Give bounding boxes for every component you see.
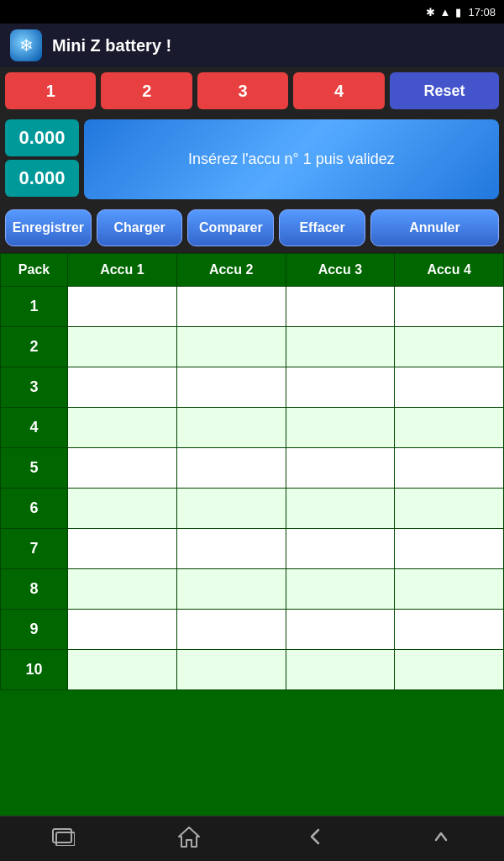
pack-cell: 6	[1, 489, 68, 529]
data-cell	[395, 569, 504, 610]
data-cell	[286, 287, 395, 327]
table-row: 1	[1, 287, 504, 327]
info-box: Insérez l'accu n° 1 puis validez	[84, 119, 499, 199]
home-button[interactable]	[164, 822, 214, 856]
data-cell	[68, 569, 177, 610]
data-cell	[286, 327, 395, 367]
table-row: 4	[1, 408, 504, 448]
reading-values: 0.000 0.000	[5, 119, 79, 199]
app-icon: ❄	[10, 29, 42, 61]
recent-apps-icon	[51, 827, 75, 851]
data-cell	[395, 529, 504, 569]
data-cell	[176, 569, 286, 610]
data-cell	[68, 650, 177, 690]
table-row: 5	[1, 448, 504, 489]
data-cell	[68, 489, 177, 529]
pack-cell: 2	[1, 327, 68, 367]
table-header-row: Pack Accu 1 Accu 2 Accu 3 Accu 4	[1, 254, 504, 287]
status-time: 17:08	[468, 6, 496, 18]
compare-button[interactable]: Comparer	[187, 209, 274, 246]
data-cell	[395, 408, 504, 448]
table-row: 6	[1, 489, 504, 529]
home-icon	[177, 825, 201, 853]
col-accu3: Accu 3	[286, 254, 395, 287]
data-cell	[176, 367, 286, 408]
app-title: Mini Z battery !	[52, 36, 171, 55]
pack-cell: 9	[1, 610, 68, 650]
pack-cell: 1	[1, 287, 68, 327]
data-cell	[176, 448, 286, 489]
data-cell	[286, 610, 395, 650]
data-cell	[176, 610, 286, 650]
data-cell	[68, 408, 177, 448]
table-row: 3	[1, 367, 504, 408]
bluetooth-icon: ✱	[426, 6, 435, 18]
data-cell	[286, 489, 395, 529]
data-cell	[68, 448, 177, 489]
table-row: 7	[1, 529, 504, 569]
back-button[interactable]	[290, 822, 340, 856]
action-row: Enregistrer Charger Comparer Effacer Ann…	[0, 204, 504, 253]
data-cell	[68, 610, 177, 650]
tab-button-1[interactable]: 1	[5, 72, 96, 109]
battery-icon: ▮	[455, 6, 461, 18]
data-cell	[395, 489, 504, 529]
recent-apps-button[interactable]	[38, 822, 88, 856]
data-cell	[395, 327, 504, 367]
data-cell	[395, 448, 504, 489]
menu-icon	[429, 825, 453, 853]
pack-cell: 8	[1, 569, 68, 610]
wifi-icon: ▲	[440, 6, 451, 18]
data-cell	[395, 650, 504, 690]
col-accu2: Accu 2	[176, 254, 286, 287]
pack-cell: 7	[1, 529, 68, 569]
status-icons: ✱ ▲ ▮	[426, 6, 462, 18]
data-cell	[286, 448, 395, 489]
cancel-button[interactable]: Annuler	[370, 209, 499, 246]
status-bar: ✱ ▲ ▮ 17:08	[0, 0, 504, 24]
tab-row: 1 2 3 4 Reset	[0, 67, 504, 114]
clear-button[interactable]: Effacer	[279, 209, 365, 246]
data-cell	[176, 529, 286, 569]
table-row: 9	[1, 610, 504, 650]
table-row: 8	[1, 569, 504, 610]
bottom-nav	[0, 816, 504, 861]
col-accu4: Accu 4	[395, 254, 504, 287]
data-cell	[176, 287, 286, 327]
tab-button-3[interactable]: 3	[197, 72, 288, 109]
data-cell	[286, 367, 395, 408]
battery-table: Pack Accu 1 Accu 2 Accu 3 Accu 4 1234567…	[0, 253, 504, 816]
pack-cell: 10	[1, 650, 68, 690]
data-cell	[68, 529, 177, 569]
data-cell	[286, 569, 395, 610]
data-cell	[176, 650, 286, 690]
tab-button-2[interactable]: 2	[101, 72, 192, 109]
data-cell	[176, 327, 286, 367]
data-cell	[286, 650, 395, 690]
col-pack: Pack	[1, 254, 68, 287]
snowflake-icon: ❄	[19, 35, 34, 55]
menu-button[interactable]	[416, 822, 466, 856]
reading-box-1: 0.000	[5, 119, 79, 156]
data-cell	[176, 489, 286, 529]
data-cell	[395, 367, 504, 408]
charge-button[interactable]: Charger	[97, 209, 183, 246]
data-cell	[395, 287, 504, 327]
save-button[interactable]: Enregistrer	[5, 209, 92, 246]
back-icon	[303, 825, 327, 853]
svg-marker-2	[179, 827, 199, 847]
tab-button-4[interactable]: 4	[293, 72, 384, 109]
data-cell	[68, 287, 177, 327]
reading-area: 0.000 0.000 Insérez l'accu n° 1 puis val…	[0, 114, 504, 204]
title-bar: ❄ Mini Z battery !	[0, 24, 504, 67]
reset-button[interactable]: Reset	[390, 72, 499, 109]
data-cell	[286, 408, 395, 448]
table-row: 2	[1, 327, 504, 367]
data-cell	[286, 529, 395, 569]
table-row: 10	[1, 650, 504, 690]
data-cell	[68, 367, 177, 408]
pack-cell: 3	[1, 367, 68, 408]
info-message: Insérez l'accu n° 1 puis validez	[188, 151, 395, 168]
pack-cell: 5	[1, 448, 68, 489]
data-cell	[68, 327, 177, 367]
